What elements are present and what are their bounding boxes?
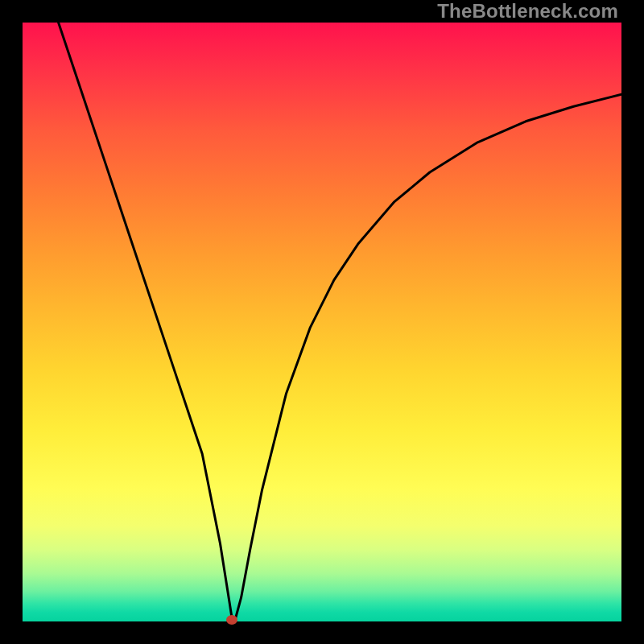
bottleneck-curve — [23, 23, 621, 621]
plot-area — [23, 23, 621, 621]
watermark-text: TheBottleneck.com — [437, 0, 618, 23]
curve-path — [59, 23, 621, 620]
min-marker — [226, 615, 237, 625]
chart-frame: TheBottleneck.com — [0, 0, 644, 644]
